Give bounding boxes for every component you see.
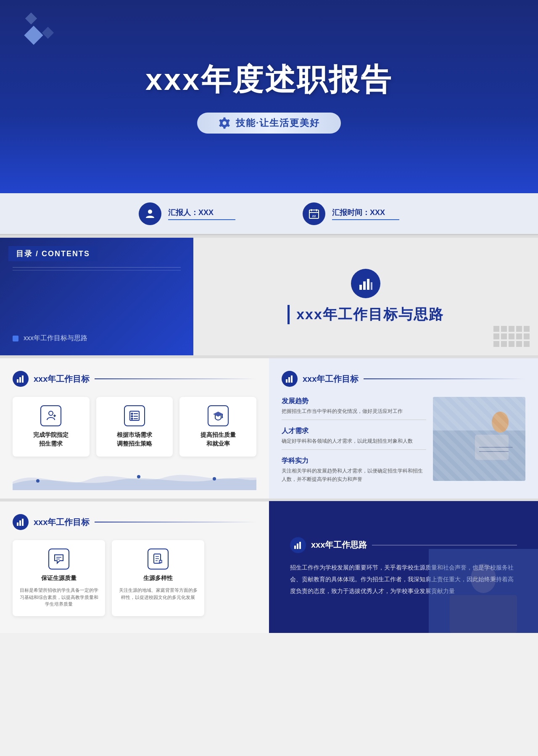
subtitle-bar: 技能·让生活更美好 bbox=[197, 113, 341, 134]
card-text-2: 根据市场需求调整招生策略 bbox=[117, 430, 152, 448]
section-header-3: xxx年工作目标 bbox=[13, 514, 256, 530]
quality-desc: 目标是希望所招收的学生具备一定的学习基础和综合素质，以提高教学质量和学生培养质量 bbox=[19, 587, 98, 608]
contents-slide: 目录 / CONTENTS xxx年工作目标与思路 xxx年工作目标与思路 bbox=[0, 238, 538, 355]
reporter-info: 汇报人：XXX bbox=[139, 202, 235, 225]
diversity-desc: 关注生源的地域、家庭背景等方面的多样性，以促进校园文化的多元化发展 bbox=[119, 587, 198, 601]
report-time-label: 汇报时间：XXX bbox=[332, 207, 399, 220]
goal-item-1: 发展趋势 把握招生工作当中学科的变化情况，做好灵活应对工作 bbox=[282, 397, 426, 420]
section-title-3: xxx年工作目标 bbox=[34, 517, 90, 528]
report-time-info: 22 汇报时间：XXX bbox=[303, 202, 399, 225]
goals-list: 发展趋势 把握招生工作当中学科的变化情况，做好灵活应对工作 人才需求 确定好学科… bbox=[282, 397, 426, 483]
calendar-icon: 22 bbox=[303, 202, 325, 225]
title-slide: xxx年度述职报告 技能·让生活更美好 bbox=[0, 0, 538, 193]
svg-rect-12 bbox=[22, 375, 24, 383]
svg-point-27 bbox=[137, 475, 140, 478]
svg-rect-55 bbox=[450, 595, 517, 633]
page-title: xxx年度述职报告 bbox=[145, 60, 393, 100]
diversity-title: 生源多样性 bbox=[143, 574, 173, 583]
section-header-1: xxx年工作目标 bbox=[13, 371, 256, 387]
svg-point-26 bbox=[36, 479, 40, 483]
svg-rect-8 bbox=[367, 279, 369, 290]
bullet-1 bbox=[13, 336, 18, 341]
more-goals-left: xxx年工作目标 保证生源质量 目标是希望所招收的学生具备一定的学习基础和综合素… bbox=[0, 501, 269, 633]
svg-rect-50 bbox=[294, 546, 296, 549]
svg-rect-11 bbox=[19, 377, 21, 383]
section-line-2 bbox=[364, 378, 525, 379]
svg-rect-31 bbox=[291, 375, 293, 383]
goal-title-2: 人才需求 bbox=[282, 427, 426, 436]
diamond-decoration bbox=[25, 13, 54, 44]
section-header-2: xxx年工作目标 bbox=[282, 371, 525, 387]
section-icon-1 bbox=[13, 371, 29, 387]
svg-rect-35 bbox=[475, 435, 509, 460]
deco-squares bbox=[493, 326, 530, 347]
reporter-label: 汇报人：XXX bbox=[168, 207, 235, 220]
svg-point-25 bbox=[222, 417, 223, 418]
card-2: 根据市场需求调整招生策略 bbox=[96, 397, 173, 457]
info-bar: 汇报人：XXX 22 汇报时间：XXX bbox=[0, 193, 538, 235]
svg-point-21 bbox=[132, 418, 133, 420]
section-title-4: xxx年工作思路 bbox=[311, 539, 367, 551]
card-1: 完成学院指定招生需求 bbox=[13, 397, 90, 457]
list-icon bbox=[124, 405, 145, 426]
dark-panel: xxx年工作思路 招生工作作为学校发展的重要环节，关乎着学校生源质量和社会声誉，… bbox=[269, 501, 538, 633]
more-goals-slide: xxx年工作目标 保证生源质量 目标是希望所招收的学生具备一定的学习基础和综合素… bbox=[0, 501, 538, 633]
goals-slide: xxx年工作目标 完成学院指定招生需求 bbox=[0, 358, 538, 499]
svg-point-19 bbox=[132, 416, 133, 417]
svg-rect-52 bbox=[299, 542, 301, 549]
section-line-4 bbox=[372, 545, 517, 546]
cards-row-1: 完成学院指定招生需求 根据市场需求调整招生策略 bbox=[13, 397, 256, 457]
svg-point-28 bbox=[213, 477, 216, 480]
diversity-card: 生源多样性 关注生源的地域、家庭背景等方面的多样性，以促进校园文化的多元化发展 bbox=[112, 540, 204, 616]
svg-point-34 bbox=[492, 412, 509, 433]
svg-rect-51 bbox=[297, 543, 298, 549]
graduation-icon bbox=[208, 405, 229, 426]
card-text-3: 提高招生质量和就业率 bbox=[200, 430, 236, 448]
svg-marker-23 bbox=[213, 412, 223, 417]
quality-title: 保证生源质量 bbox=[41, 574, 76, 583]
section-line-3 bbox=[95, 522, 256, 522]
svg-rect-38 bbox=[17, 522, 18, 526]
contents-item-1: xxx年工作目标与思路 bbox=[13, 334, 181, 343]
section-icon-3 bbox=[13, 514, 29, 530]
svg-point-54 bbox=[471, 564, 496, 593]
section-icon-4 bbox=[290, 537, 306, 553]
section-line-1 bbox=[95, 378, 256, 379]
svg-rect-10 bbox=[17, 379, 18, 383]
contents-right-inner: xxx年工作目标与思路 bbox=[202, 246, 530, 347]
svg-text:22: 22 bbox=[312, 214, 316, 218]
svg-rect-33 bbox=[433, 430, 525, 481]
right-content-row: 发展趋势 把握招生工作当中学科的变化情况，做好灵活应对工作 人才需求 确定好学科… bbox=[282, 397, 525, 483]
chat-icon bbox=[48, 549, 69, 570]
svg-rect-9 bbox=[371, 282, 372, 290]
svg-point-0 bbox=[148, 210, 152, 214]
svg-rect-29 bbox=[286, 379, 287, 383]
svg-point-17 bbox=[132, 413, 133, 415]
goal-desc-3: 关注相关学科的发展趋势和人才需求，以便确定招生学科和招生人数，并不断提高学科的实… bbox=[282, 467, 426, 483]
subtitle-text: 技能·让生活更美好 bbox=[236, 117, 320, 129]
svg-rect-39 bbox=[19, 520, 21, 526]
svg-point-13 bbox=[49, 411, 53, 415]
goals-left: xxx年工作目标 完成学院指定招生需求 bbox=[0, 358, 269, 499]
goal-item-2: 人才需求 确定好学科和各领域的人才需求，以此规划招生对象和人数 bbox=[282, 427, 426, 450]
goal-title-3: 学科实力 bbox=[282, 457, 426, 465]
goal-divider-2 bbox=[282, 449, 426, 450]
section-icon-2 bbox=[282, 371, 298, 387]
goal-item-3: 学科实力 关注相关学科的发展趋势和人才需求，以便确定招生学科和招生人数，并不断提… bbox=[282, 457, 426, 483]
cards-row-2: 保证生源质量 目标是希望所招收的学生具备一定的学习基础和综合素质，以提高教学质量… bbox=[13, 540, 256, 616]
wave-decoration bbox=[13, 465, 256, 490]
goal-desc-1: 把握招生工作当中学科的变化情况，做好灵活应对工作 bbox=[282, 407, 426, 415]
svg-rect-32 bbox=[433, 397, 525, 481]
goal-title-1: 发展趋势 bbox=[282, 397, 426, 406]
contents-tag: 目录 / CONTENTS bbox=[8, 246, 98, 261]
dark-panel-photo bbox=[429, 549, 538, 633]
contents-item-text-1: xxx年工作目标与思路 bbox=[24, 334, 87, 343]
goal-desc-2: 确定好学科和各领域的人才需求，以此规划招生对象和人数 bbox=[282, 437, 426, 445]
photo-placeholder-1 bbox=[433, 397, 525, 481]
goal-divider-1 bbox=[282, 420, 426, 420]
reporter-icon bbox=[139, 202, 161, 225]
quality-card: 保证生源质量 目标是希望所招收的学生具备一定的学习基础和综合素质，以提高教学质量… bbox=[13, 540, 105, 616]
section-title-1: xxx年工作目标 bbox=[34, 373, 90, 385]
svg-rect-6 bbox=[359, 285, 362, 290]
document-icon bbox=[148, 549, 169, 570]
